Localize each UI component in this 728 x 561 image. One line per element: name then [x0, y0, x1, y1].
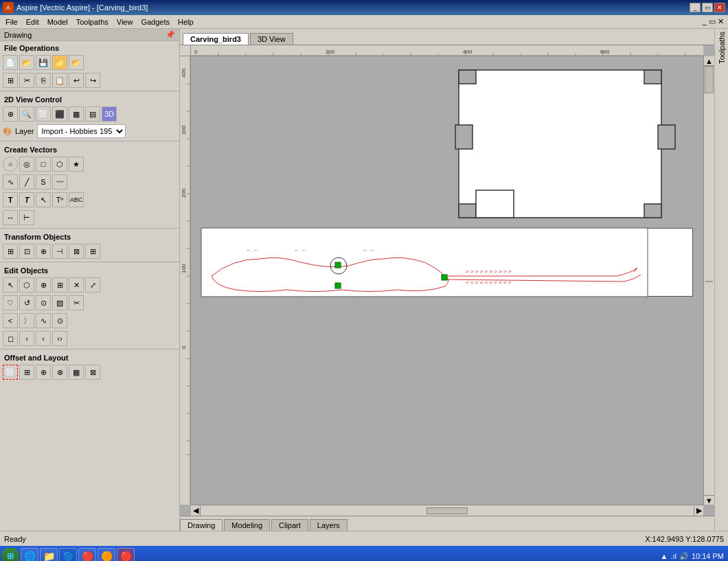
- corner-tool[interactable]: <: [3, 313, 18, 328]
- scale-button[interactable]: ⊡: [19, 244, 34, 259]
- view-3d-button[interactable]: 3D: [102, 106, 117, 122]
- redo-button[interactable]: ↪: [85, 73, 100, 88]
- curve-tool[interactable]: ∿: [36, 313, 51, 328]
- save-file-button[interactable]: 💾: [36, 55, 51, 70]
- chain-button[interactable]: ⊗: [52, 365, 67, 380]
- paste-button[interactable]: 📋: [52, 73, 67, 88]
- menu-file[interactable]: File: [1, 17, 22, 27]
- taskbar-app1-icon[interactable]: 🔵: [59, 548, 77, 561]
- select-all-tool[interactable]: ◻: [3, 331, 18, 346]
- start-button[interactable]: ⊞: [1, 548, 19, 561]
- lasso-tool[interactable]: ♡: [3, 295, 18, 310]
- menu-toolpaths[interactable]: Toolpaths: [72, 17, 113, 27]
- text-arc-tool[interactable]: Tᵃ: [52, 192, 67, 207]
- menu-edit[interactable]: Edit: [22, 17, 43, 27]
- nesting-button[interactable]: ⊞: [19, 365, 34, 380]
- tab-layers[interactable]: Layers: [310, 519, 348, 531]
- connector-tool[interactable]: ⤢: [85, 277, 100, 293]
- bezier-tool[interactable]: ∿: [3, 174, 18, 190]
- multi-tool[interactable]: ‹›: [52, 331, 67, 346]
- s-curve-tool[interactable]: S: [36, 174, 51, 190]
- close-tool[interactable]: ⊙: [52, 313, 67, 328]
- scroll-thumb-h[interactable]: [426, 507, 468, 514]
- select-tool[interactable]: ↖: [3, 277, 18, 293]
- import-button[interactable]: 📂: [69, 55, 84, 70]
- taskbar-app2-icon[interactable]: 🔴: [78, 548, 96, 561]
- zoom-window-button[interactable]: ⬜: [36, 106, 51, 122]
- scroll-thumb-v[interactable]: [705, 66, 714, 93]
- scrollbar-vertical[interactable]: ▲ ▼: [703, 56, 714, 505]
- right-toolpaths-panel[interactable]: Toolpaths: [714, 29, 728, 531]
- smooth-tool[interactable]: ⊙: [36, 295, 51, 310]
- node-tool[interactable]: ⬡: [19, 277, 34, 293]
- close-button[interactable]: ✕: [714, 3, 725, 12]
- rectangle-tool[interactable]: □: [36, 157, 51, 172]
- scroll-up-button[interactable]: ▲: [704, 56, 714, 66]
- toolpaths-label[interactable]: Toolpaths: [716, 29, 727, 67]
- text-italic-tool[interactable]: T: [19, 192, 34, 207]
- tab-drawing[interactable]: Drawing: [180, 519, 223, 531]
- undo-button[interactable]: ↩: [69, 73, 84, 88]
- contour-tool[interactable]: ⊕: [36, 277, 51, 293]
- text-tool[interactable]: T: [3, 192, 18, 207]
- taskbar-explorer-icon[interactable]: 📁: [40, 548, 58, 561]
- view-grid-button[interactable]: ▦: [69, 106, 84, 122]
- tab-clipart[interactable]: Clipart: [271, 519, 308, 531]
- scroll-right-button[interactable]: ▶: [694, 506, 703, 516]
- new-file-button[interactable]: 📄: [3, 55, 18, 70]
- taskbar-app4-icon[interactable]: 🔴: [117, 548, 135, 561]
- menu-model[interactable]: Model: [43, 17, 72, 27]
- ellipse-tool[interactable]: ◎: [19, 157, 34, 172]
- undock-button[interactable]: _ ▭ ✕: [700, 17, 727, 26]
- menu-gadgets[interactable]: Gadgets: [137, 17, 174, 27]
- next-tool[interactable]: ›: [19, 331, 34, 346]
- zoom-select-button[interactable]: ⬛: [52, 106, 67, 122]
- tangent-tool[interactable]: 〉: [19, 313, 34, 328]
- open-folder-button[interactable]: 📁: [52, 55, 67, 70]
- arc-tool[interactable]: ↺: [19, 295, 34, 310]
- menu-view[interactable]: View: [113, 17, 137, 27]
- scissors-tool[interactable]: ✂: [69, 295, 84, 310]
- grid-button[interactable]: ⊞: [3, 73, 18, 88]
- circle-tool[interactable]: ○: [3, 157, 18, 172]
- move-button[interactable]: ⊕: [36, 244, 51, 259]
- restore-button[interactable]: ▭: [702, 3, 713, 12]
- zoom-in-button[interactable]: 🔍: [19, 106, 34, 122]
- taskbar-app3-icon[interactable]: 🟠: [98, 548, 115, 561]
- open-file-button[interactable]: 📂: [19, 55, 34, 70]
- layout-button[interactable]: ⊕: [36, 365, 51, 380]
- canvas-viewport[interactable]: 0 200 400: [180, 45, 714, 516]
- taskbar-ie-icon[interactable]: 🌐: [21, 548, 38, 561]
- tab-carving-bird3[interactable]: Carving_bird3: [183, 33, 249, 45]
- delete-tool[interactable]: ✕: [69, 277, 84, 293]
- mirror-button[interactable]: ⊣: [52, 244, 67, 259]
- menu-help[interactable]: Help: [174, 17, 198, 27]
- offset-button[interactable]: ⬜: [3, 365, 18, 380]
- zoom-extents-button[interactable]: ⊕: [3, 106, 18, 122]
- scrollbar-horizontal[interactable]: ◀ ▶: [191, 505, 703, 516]
- tab-modeling[interactable]: Modeling: [224, 519, 270, 531]
- view-split-button[interactable]: ▤: [85, 106, 100, 122]
- star-tool[interactable]: ★: [69, 157, 84, 172]
- align-button[interactable]: ⊞: [3, 244, 18, 259]
- wave-tool[interactable]: 〰: [52, 174, 67, 190]
- tab-3d-view[interactable]: 3D View: [250, 33, 293, 45]
- cut-button[interactable]: ✂: [19, 73, 34, 88]
- dimension-tool[interactable]: ↔: [3, 210, 18, 225]
- hatch-tool[interactable]: ▨: [52, 295, 67, 310]
- weld-tool[interactable]: ⊞: [52, 277, 67, 293]
- unroll-button[interactable]: ⊠: [85, 365, 100, 380]
- warp-button[interactable]: ⊠: [69, 244, 84, 259]
- panel-pin-icon[interactable]: 📌: [166, 30, 175, 39]
- scroll-down-button[interactable]: ▼: [704, 495, 714, 505]
- scroll-left-button[interactable]: ◀: [191, 506, 201, 516]
- array-button[interactable]: ▦: [69, 365, 84, 380]
- polygon-tool[interactable]: ⬡: [52, 157, 67, 172]
- node-edit-tool[interactable]: ↖: [36, 192, 51, 207]
- copy-button[interactable]: ⎘: [36, 73, 51, 88]
- position-button[interactable]: ⊞: [85, 244, 100, 259]
- layer-select[interactable]: Import - Hobbies 195: [37, 124, 126, 138]
- drawing-canvas[interactable]: ← ← ← ← ← ← > > > > > > > > > > < < < < …: [191, 56, 714, 516]
- leader-tool[interactable]: ⊢: [19, 210, 34, 225]
- text-abc-tool[interactable]: ABC: [69, 192, 84, 207]
